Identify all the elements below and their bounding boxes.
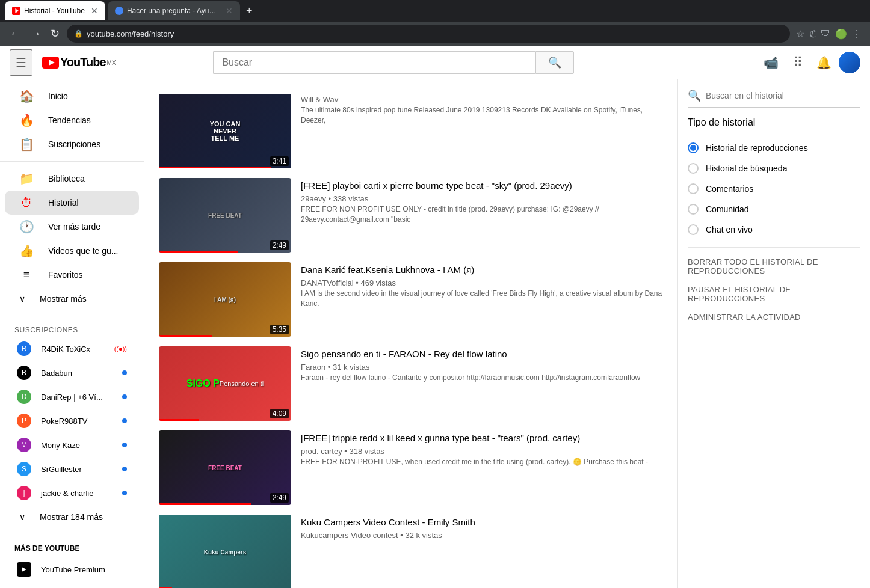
video-title: Sigo pensando en ti - FARAON - Rey del f…: [301, 348, 663, 360]
media-icon[interactable]: ℭ: [808, 27, 817, 41]
sidebar-toggle-button[interactable]: ☰: [10, 49, 32, 76]
history-option-reproducciones[interactable]: Historial de reproducciones: [688, 138, 860, 158]
video-item[interactable]: I AM (я) 5:35 Dana Karić feat.Ksenia Luk…: [159, 257, 663, 341]
new-content-dot-jackie: [122, 491, 127, 495]
sidebar-divider-3: [0, 534, 144, 534]
progress-bar: [159, 335, 212, 337]
video-item[interactable]: YOU CANNEVERTELL ME 3:41 Will & Wav The …: [159, 89, 663, 173]
apps-button[interactable]: ⠿: [786, 51, 810, 75]
sidebar-sub-item-badabun[interactable]: B Badabun: [5, 361, 139, 385]
video-info: Sigo pensando en ti - FARAON - Rey del f…: [301, 346, 663, 421]
sidebar-item-ver-mas-tarde[interactable]: 🕐 Ver más tarde: [5, 215, 139, 239]
sidebar-label-suscripciones: Suscripciones: [48, 139, 100, 149]
tipo-historial-label: Tipo de historial: [688, 117, 860, 128]
video-channel: DANATVofficial • 469 vistas: [301, 278, 663, 287]
option-label-chat: Chat en vivo: [706, 225, 753, 234]
inactive-tab-title: Hacer una pregunta - Ayuda de G...: [127, 7, 220, 15]
new-tab-button[interactable]: +: [242, 5, 256, 17]
sidebar-item-historial[interactable]: ⏱ Historial: [5, 191, 139, 215]
video-item[interactable]: SIGO PPensando en ti 4:09 Sigo pensando …: [159, 341, 663, 426]
sidebar-sub-item-jackie-charlie[interactable]: j jackie & charlie: [5, 481, 139, 505]
pausar-historial-button[interactable]: PAUSAR EL HISTORIAL DE REPRODUCCIONES: [688, 283, 860, 305]
history-search-input[interactable]: [706, 91, 860, 100]
sidebar-sub-item-danirep[interactable]: D DaniRep | +6 Ví...: [5, 385, 139, 409]
extension-icon[interactable]: 🟢: [834, 27, 848, 41]
liked-videos-icon: 👍: [19, 243, 34, 258]
sub-label-danirep: DaniRep | +6 Ví...: [41, 393, 103, 402]
sidebar-item-videos-que-te-gustan[interactable]: 👍 Videos que te gu...: [5, 239, 139, 263]
radio-inner-reproducciones: [690, 145, 696, 151]
avatar: [839, 52, 860, 73]
bookmark-icon[interactable]: ☆: [795, 27, 806, 41]
live-indicator-icon: ((●)): [114, 345, 127, 352]
sidebar-item-tendencias[interactable]: 🔥 Tendencias: [5, 108, 139, 132]
inactive-tab[interactable]: Hacer una pregunta - Ayuda de G... ✕: [108, 1, 240, 20]
forward-button[interactable]: →: [28, 25, 43, 43]
borrar-historial-button[interactable]: BORRAR TODO EL HISTORIAL DE REPRODUCCION…: [688, 255, 860, 278]
reload-button[interactable]: ↻: [48, 25, 62, 43]
search-button[interactable]: 🔍: [535, 51, 574, 74]
notifications-button[interactable]: 🔔: [812, 51, 836, 75]
history-option-comentarios[interactable]: Comentarios: [688, 179, 860, 199]
sidebar-sub-item-poker988tv[interactable]: P PokeR988TV: [5, 409, 139, 433]
show-more-button[interactable]: ∨ Mostrar más: [5, 287, 139, 311]
inactive-tab-close[interactable]: ✕: [226, 6, 233, 16]
video-item[interactable]: FREE BEAT 2:49 [FREE] playboi carti x pi…: [159, 173, 663, 257]
sidebar-item-suscripciones[interactable]: 📋 Suscripciones: [5, 132, 139, 156]
duration-badge: 4:09: [270, 409, 289, 418]
video-thumbnail: I AM (я) 5:35: [159, 262, 291, 337]
new-content-dot-sr: [122, 467, 127, 471]
youtube-premium-icon: [17, 562, 31, 577]
sub-avatar-badabun: B: [17, 366, 31, 380]
video-thumbnail: Kuku Campers: [159, 515, 291, 588]
video-title: Dana Karić feat.Ksenia Lukhnova - I AM (…: [301, 263, 663, 276]
mas-section: MÁS DE YOUTUBE: [0, 539, 144, 557]
video-item[interactable]: FREE BEAT 2:49 [FREE] trippie redd x lil…: [159, 426, 663, 510]
sidebar-item-biblioteca[interactable]: 📁 Biblioteca: [5, 167, 139, 191]
administrar-actividad-button[interactable]: ADMINISTRAR LA ACTIVIDAD: [688, 310, 860, 324]
video-title: [FREE] trippie redd x lil keed x gunna t…: [301, 432, 663, 444]
video-description: The ultimate 80s inspired pop tune Relea…: [301, 105, 663, 126]
history-option-chat[interactable]: Chat en vivo: [688, 219, 860, 240]
chevron-down-icon: ∨: [19, 294, 25, 304]
video-description: FREE FOR NON-PROFIT USE, when used credi…: [301, 457, 663, 467]
youtube-premium-label: YouTube Premium: [41, 565, 105, 574]
sub-label-jackie-charlie: jackie & charlie: [41, 489, 93, 498]
sidebar-item-favoritos[interactable]: ≡ Favoritos: [5, 263, 139, 287]
sidebar-sub-item-mony-kaze[interactable]: M Mony Kaze: [5, 433, 139, 457]
youtube-logo-text: YouTube: [60, 55, 106, 69]
sidebar-sub-item-r4dik[interactable]: R R4DiK ToXiCx ((●)): [5, 337, 139, 361]
sidebar-item-youtube-premium[interactable]: YouTube Premium: [5, 557, 139, 581]
vpn-icon[interactable]: 🛡: [819, 27, 831, 41]
video-channel: Will & Wav: [301, 95, 663, 104]
account-button[interactable]: [839, 52, 860, 73]
back-button[interactable]: ←: [7, 25, 23, 43]
video-title: [FREE] playboi carti x pierre bourne typ…: [301, 179, 663, 192]
sidebar-sub-item-srguillester[interactable]: S SrGuillester: [5, 457, 139, 481]
progress-bar: [159, 503, 251, 505]
history-option-comunidad[interactable]: Comunidad: [688, 199, 860, 219]
video-info: [FREE] trippie redd x lil keed x gunna t…: [301, 430, 663, 505]
address-bar: ← → ↻ 🔒 youtube.com/feed/history ☆ ℭ 🛡 🟢…: [0, 22, 870, 46]
tab-title: Historial - YouTube: [24, 7, 85, 15]
search-input[interactable]: [213, 51, 535, 74]
history-option-busqueda[interactable]: Historial de búsqueda: [688, 158, 860, 179]
sub-label-poker988tv: PokeR988TV: [41, 417, 87, 426]
sidebar-item-inicio[interactable]: 🏠 Inicio: [5, 84, 139, 108]
tab-close-button[interactable]: ✕: [91, 6, 98, 16]
radio-busqueda: [688, 163, 699, 174]
address-bar-actions: ☆ ℭ 🛡 🟢 ⋮: [795, 27, 863, 41]
create-video-button[interactable]: 📹: [759, 51, 783, 75]
active-tab[interactable]: Historial - YouTube ✕: [5, 1, 105, 20]
menu-icon[interactable]: ⋮: [851, 27, 863, 41]
video-item[interactable]: Kuku Campers Kuku Campers Video Contest …: [159, 510, 663, 588]
subscriptions-section-label: SUSCRIPCIONES: [0, 321, 144, 337]
youtube-logo[interactable]: YouTube MX: [42, 55, 116, 69]
home-icon: 🏠: [19, 89, 34, 103]
video-info: Will & Wav The ultimate 80s inspired pop…: [301, 94, 663, 168]
url-bar[interactable]: 🔒 youtube.com/feed/history: [67, 25, 790, 43]
sidebar-label-videos: Videos que te gu...: [48, 246, 119, 256]
sidebar-label-biblioteca: Biblioteca: [48, 174, 85, 183]
show-more-subs-button[interactable]: ∨ Mostrar 184 más: [5, 505, 139, 529]
video-channel: Faraon • 31 k vistas: [301, 363, 663, 372]
